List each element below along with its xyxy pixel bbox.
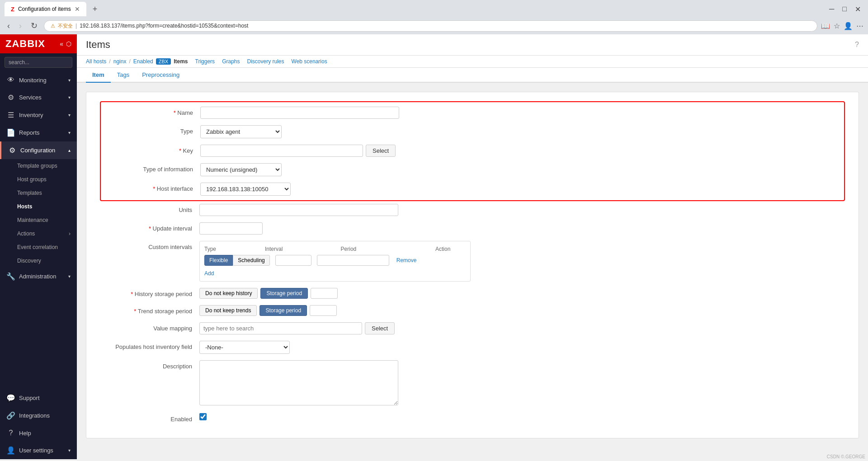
breadcrumb-graphs[interactable]: Graphs [222,58,240,65]
chevron-up-icon: ▴ [68,148,71,153]
logo-controls: « ⬡ [60,40,71,47]
trend-value-input[interactable]: 365d [310,305,337,316]
favorites-icon[interactable]: ☆ [834,22,840,30]
app-layout: ZABBIX « ⬡ 👁 Monitoring ▾ ⚙ Services ▾ ☰… [0,34,868,459]
sidebar-subitem-templates[interactable]: Templates [0,186,77,200]
units-input[interactable] [199,204,398,216]
sidebar-subitem-maintenance[interactable]: Maintenance [0,213,77,227]
form-row-history: History storage period Do not keep histo… [100,288,845,299]
page-help-icon[interactable]: ? [855,41,859,49]
sidebar-item-configuration[interactable]: ⚙ Configuration ▴ [0,141,77,159]
sidebar-item-label: User settings [19,447,53,454]
remove-interval-link[interactable]: Remove [396,257,417,263]
sidebar-item-help[interactable]: ? Help [0,424,77,442]
tab-close-btn[interactable]: ✕ [75,5,80,13]
sidebar-item-support[interactable]: 💬 Support [0,389,77,407]
read-mode-icon[interactable]: 📖 [821,22,830,30]
address-bar[interactable]: ⚠ 不安全 | 192.168.183.137/items.php?form=c… [44,20,817,32]
sidebar-collapse-btn[interactable]: « [60,40,63,47]
tab-title: Configuration of items [18,6,71,12]
sidebar-subitem-event-correlation[interactable]: Event correlation [0,240,77,254]
profile-icon[interactable]: 👤 [844,22,853,30]
breadcrumb-web-scenarios[interactable]: Web scenarios [292,58,327,65]
inventory-select[interactable]: -None- [199,341,290,354]
watermark: CSDN ©.GEORGE [827,454,865,459]
breadcrumb-discovery-rules[interactable]: Discovery rules [247,58,284,65]
refresh-btn[interactable]: ↻ [28,20,40,32]
history-storage-btns: Do not keep history Storage period 90d [199,288,471,299]
type-select[interactable]: Zabbix agent Zabbix agent (active) Simpl… [200,125,282,138]
history-value-input[interactable]: 90d [311,288,338,299]
flexible-btn[interactable]: Flexible [204,255,233,266]
configuration-icon: ⚙ [8,146,17,155]
form-row-key: Key nginx.status[active] Select [101,145,844,157]
breadcrumb-triggers[interactable]: Triggers [195,58,215,65]
history-no-keep-btn[interactable]: Do not keep history [199,288,258,299]
name-label: Name [101,107,200,116]
breadcrumb-items[interactable]: Items [174,58,188,65]
key-input[interactable]: nginx.status[active] [200,145,363,157]
type-info-select[interactable]: Numeric (unsigned) Numeric (float) Chara… [200,163,282,176]
sidebar-item-reports[interactable]: 📄 Reports ▾ [0,124,77,141]
update-interval-input[interactable]: 30s [199,222,263,235]
sidebar-subitem-actions[interactable]: Actions › [0,227,77,240]
back-btn[interactable]: ‹ [5,20,13,32]
sidebar-item-administration[interactable]: 🔧 Administration ▾ [0,268,77,285]
sidebar-item-label: Reports [19,129,40,136]
breadcrumb-nginx[interactable]: nginx [113,58,127,65]
minimize-btn[interactable]: ─ [826,4,837,14]
form-row-update-interval: Update interval 30s [100,222,845,235]
search-input[interactable] [5,57,72,68]
sidebar-item-monitoring[interactable]: 👁 Monitoring ▾ [0,71,77,89]
breadcrumb-enabled[interactable]: Enabled [133,58,153,65]
maximize-btn[interactable]: □ [840,4,849,14]
tab-tags[interactable]: Tags [111,68,136,83]
tab-preprocessing[interactable]: Preprocessing [136,68,186,83]
trend-storage-period-btn[interactable]: Storage period [259,305,307,316]
history-storage-period-btn[interactable]: Storage period [260,288,308,299]
interval-value-input[interactable]: 50s [275,255,311,266]
sidebar-item-label: Inventory [19,112,43,118]
host-interface-select[interactable]: 192.168.183.138:10050 [200,183,291,196]
close-btn[interactable]: ✕ [852,4,863,14]
key-select-btn[interactable]: Select [366,145,396,157]
tab-row: Item Tags Preprocessing [77,68,868,83]
units-label: Units [100,204,199,213]
address-bar-row: ‹ › ↻ ⚠ 不安全 | 192.168.183.137/items.php?… [0,18,868,34]
period-value-input[interactable]: 1-7,00:00-24:00 [317,255,389,266]
new-tab-btn[interactable]: + [90,5,100,14]
sidebar-item-label: Integrations [19,412,50,419]
breadcrumb-all-hosts[interactable]: All hosts [86,58,106,65]
type-info-control: Numeric (unsigned) Numeric (float) Chara… [200,163,472,176]
add-interval-link[interactable]: Add [204,270,214,277]
sidebar-item-services[interactable]: ⚙ Services ▾ [0,89,77,106]
sidebar-subitem-host-groups[interactable]: Host groups [0,173,77,186]
tab-item[interactable]: Item [86,68,111,83]
sidebar-subitem-hosts[interactable]: Hosts [0,200,77,213]
type-info-label: Type of information [101,163,200,173]
chevron-down-icon: ▾ [68,130,71,135]
sidebar-search [0,53,77,71]
sidebar-item-user-settings[interactable]: 👤 User settings ▾ [0,442,77,459]
value-mapping-select-btn[interactable]: Select [365,322,395,334]
sidebar-subitem-template-groups[interactable]: Template groups [0,159,77,173]
enabled-checkbox[interactable] [199,413,207,420]
form-area: Name nginx_active Type Zabbix agent [77,83,868,459]
name-input[interactable]: nginx_active [200,107,399,119]
value-mapping-input[interactable] [199,322,362,334]
forward-btn[interactable]: › [16,20,24,32]
sidebar-item-integrations[interactable]: 🔗 Integrations [0,407,77,424]
value-mapping-label: Value mapping [100,322,199,332]
menu-icon[interactable]: ⋯ [856,22,863,30]
chevron-down-icon: ▾ [68,448,71,453]
sidebar-subitem-discovery[interactable]: Discovery [0,254,77,268]
description-textarea[interactable] [199,360,398,405]
form-row-description: Description [100,360,845,407]
sidebar-home-btn[interactable]: ⬡ [66,40,71,47]
inventory-icon: ☰ [6,111,15,119]
breadcrumb-zbx-badge: ZBX [156,58,171,65]
logo-text: ZABBIX [5,38,45,50]
trend-no-keep-btn[interactable]: Do not keep trends [199,305,257,316]
scheduling-btn[interactable]: Scheduling [233,255,269,266]
sidebar-item-inventory[interactable]: ☰ Inventory ▾ [0,106,77,124]
